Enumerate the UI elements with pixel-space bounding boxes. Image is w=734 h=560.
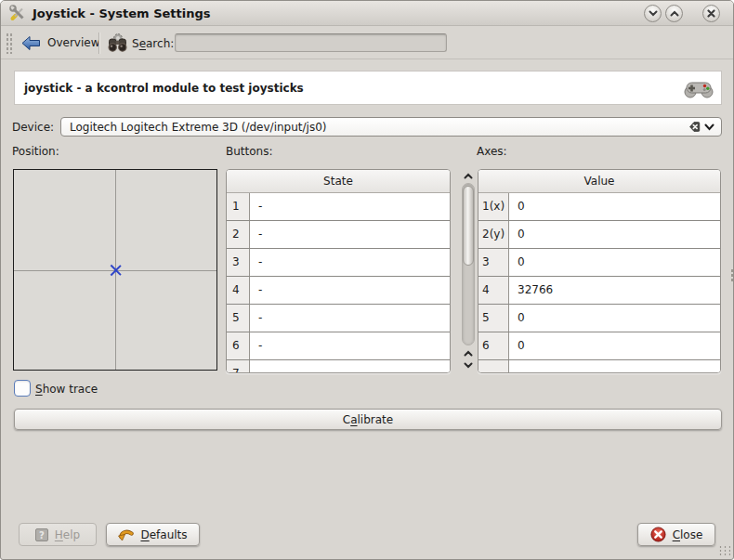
position-pad bbox=[13, 169, 217, 371]
close-icon bbox=[707, 9, 715, 18]
scroll-up-button[interactable] bbox=[460, 170, 477, 181]
scrollbar-track[interactable] bbox=[462, 183, 475, 345]
tools-icon bbox=[9, 5, 26, 21]
toolbar-drag-handle[interactable] bbox=[6, 33, 12, 54]
search-binoculars-icon bbox=[107, 33, 128, 53]
table-row: 432766 bbox=[478, 277, 720, 305]
close-red-icon bbox=[650, 527, 666, 542]
calibrate-label: Calibrate bbox=[343, 413, 393, 426]
chevron-down-icon bbox=[464, 362, 473, 369]
scroll-up-button-2[interactable] bbox=[460, 347, 477, 358]
window-close-button[interactable] bbox=[702, 5, 720, 22]
table-row: 7- bbox=[227, 360, 450, 372]
table-row: 3- bbox=[227, 249, 450, 277]
device-selected-value: Logitech Logitech Extreme 3D (/dev/input… bbox=[70, 121, 685, 134]
calibrate-button[interactable]: Calibrate bbox=[14, 409, 722, 430]
defaults-label: Defaults bbox=[140, 528, 187, 541]
chevron-down-icon bbox=[649, 10, 658, 17]
module-title: joystick - a kcontrol module to test joy… bbox=[24, 82, 304, 95]
undo-arrow-icon bbox=[118, 528, 134, 541]
close-label: Close bbox=[673, 528, 703, 541]
toolbar-separator bbox=[98, 33, 99, 54]
table-row: 30 bbox=[478, 249, 720, 277]
close-button[interactable]: Close bbox=[637, 523, 715, 546]
show-trace-label: Show trace bbox=[35, 383, 98, 396]
table-row: 4- bbox=[227, 277, 450, 305]
titlebar[interactable]: Joystick - System Settings bbox=[1, 1, 733, 26]
overview-button[interactable]: Overview bbox=[16, 30, 106, 56]
table-row bbox=[478, 360, 720, 372]
table-row: 2(y)0 bbox=[478, 221, 720, 249]
help-label: Help bbox=[55, 528, 80, 541]
gamepad-icon bbox=[684, 77, 714, 99]
module-banner: joystick - a kcontrol module to test joy… bbox=[14, 71, 722, 105]
buttons-table-scrollbar[interactable] bbox=[460, 170, 477, 371]
system-settings-window: Joystick - System Settings Overview bbox=[0, 0, 734, 560]
table-row: 6- bbox=[227, 332, 450, 360]
back-arrow-icon bbox=[21, 35, 41, 51]
axes-table[interactable]: Value 1(x)0 2(y)0 30 432766 50 60 bbox=[478, 169, 721, 373]
joystick-position-marker bbox=[110, 264, 122, 276]
toolbar: Overview Search: bbox=[1, 27, 733, 59]
help-icon: ? bbox=[35, 528, 48, 541]
chevron-up-icon bbox=[670, 10, 679, 17]
table-row: 1- bbox=[227, 193, 450, 221]
table-row: 50 bbox=[478, 305, 720, 332]
defaults-button[interactable]: Defaults bbox=[106, 523, 200, 546]
scroll-down-button[interactable] bbox=[460, 359, 477, 371]
maximize-button[interactable] bbox=[665, 5, 683, 22]
axes-table-header: Value bbox=[478, 170, 720, 193]
search-label: Search: bbox=[132, 37, 174, 50]
scrollbar-thumb[interactable] bbox=[463, 186, 474, 266]
device-label: Device: bbox=[12, 121, 54, 134]
search-input[interactable] bbox=[175, 33, 447, 52]
minimize-button[interactable] bbox=[644, 5, 662, 22]
position-label: Position: bbox=[12, 145, 59, 158]
buttons-table[interactable]: State 1- 2- 3- 4- 5- 6- 7- bbox=[226, 169, 451, 373]
window-resize-grip[interactable] bbox=[718, 545, 730, 556]
show-trace-checkbox[interactable] bbox=[14, 380, 31, 397]
overview-label: Overview bbox=[47, 36, 100, 49]
axes-label: Axes: bbox=[477, 145, 507, 158]
table-row: 2- bbox=[227, 221, 450, 249]
help-button: ? Help bbox=[19, 523, 97, 546]
table-row: 5- bbox=[227, 305, 450, 332]
window-title: Joystick - System Settings bbox=[33, 7, 211, 20]
device-combobox[interactable]: Logitech Logitech Extreme 3D (/dev/input… bbox=[60, 117, 722, 137]
chevron-up-icon bbox=[464, 350, 473, 357]
table-row: 1(x)0 bbox=[478, 193, 720, 221]
clear-field-icon[interactable] bbox=[685, 121, 701, 133]
buttons-label: Buttons: bbox=[226, 145, 273, 158]
panel-resize-grip[interactable] bbox=[730, 268, 734, 281]
buttons-table-header: State bbox=[227, 170, 450, 193]
table-row: 60 bbox=[478, 332, 720, 360]
chevron-down-icon bbox=[704, 124, 714, 131]
chevron-up-icon bbox=[464, 173, 473, 179]
